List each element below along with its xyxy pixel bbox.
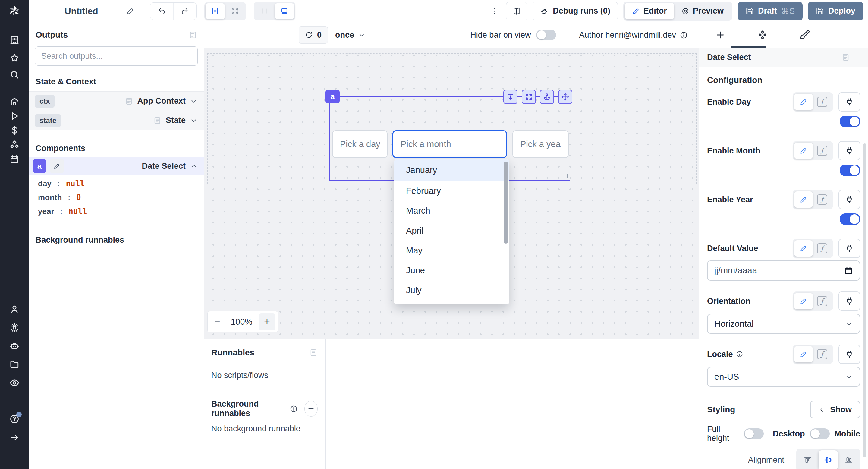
output-line-month[interactable]: month : 0 — [38, 193, 204, 207]
enable-day-toggle[interactable] — [840, 116, 860, 127]
folders-icon[interactable] — [9, 359, 20, 370]
month-option[interactable]: February — [394, 181, 509, 201]
connect-plug-button[interactable] — [838, 190, 860, 209]
month-option[interactable]: May — [394, 241, 509, 260]
day-input[interactable] — [332, 130, 388, 158]
state-row[interactable]: state State — [29, 111, 204, 130]
component-settings-tab[interactable] — [741, 22, 784, 48]
locale-select[interactable]: en-US — [707, 367, 860, 387]
author-info-icon[interactable] — [680, 31, 688, 39]
component-list-item[interactable]: a Date Select — [29, 157, 204, 175]
static-edit-pencil-button[interactable] — [794, 240, 813, 256]
static-edit-pencil-button[interactable] — [794, 143, 813, 159]
month-option[interactable]: April — [394, 221, 509, 241]
rename-component-pencil-icon[interactable] — [50, 159, 64, 173]
edit-title-pencil-icon[interactable] — [126, 7, 134, 15]
add-background-runnable-button[interactable] — [304, 401, 318, 416]
variables-dollar-icon[interactable] — [9, 125, 20, 136]
editor-tab[interactable]: Editor — [625, 3, 674, 19]
enable-month-toggle[interactable] — [840, 164, 860, 176]
frequency-select[interactable]: once — [335, 30, 366, 40]
static-edit-pencil-button[interactable] — [794, 293, 813, 309]
desktop-toggle[interactable] — [810, 428, 830, 439]
workers-robot-icon[interactable] — [9, 341, 20, 351]
redo-button[interactable] — [173, 3, 196, 20]
connect-plug-button[interactable] — [838, 141, 860, 160]
year-input[interactable] — [513, 130, 569, 158]
component-id-tag[interactable]: a — [326, 90, 340, 103]
runnables-doc-icon[interactable] — [309, 348, 318, 357]
component-chevron-up-icon[interactable] — [190, 162, 198, 170]
ctx-chevron-down-icon[interactable] — [190, 97, 198, 105]
fullscreen-layout-button[interactable] — [225, 3, 245, 19]
connect-plug-button[interactable] — [838, 92, 860, 112]
month-option[interactable]: July — [394, 280, 509, 300]
output-line-day[interactable]: day : null — [38, 179, 204, 193]
more-menu-kebab-icon[interactable] — [489, 3, 501, 20]
orientation-select[interactable]: Horizontal — [707, 314, 860, 334]
mobile-device-button[interactable] — [255, 3, 274, 19]
default-value-input[interactable] — [714, 265, 844, 276]
app-canvas[interactable]: a January Februar — [204, 48, 699, 339]
locale-info-icon[interactable] — [736, 350, 743, 358]
align-center-button[interactable] — [818, 450, 838, 469]
deploy-button[interactable]: Deploy — [808, 2, 863, 21]
state-chevron-down-icon[interactable] — [190, 117, 198, 124]
function-expression-button[interactable]: ƒ — [813, 240, 832, 256]
docs-book-button[interactable] — [506, 2, 527, 21]
outputs-search-input[interactable] — [41, 52, 191, 61]
undo-button[interactable] — [150, 3, 173, 20]
function-expression-button[interactable]: ƒ — [813, 94, 832, 110]
debug-runs-button[interactable]: Debug runs (0) — [532, 2, 618, 21]
insert-component-tab[interactable] — [699, 22, 741, 48]
full-height-toggle[interactable] — [744, 428, 764, 439]
zoom-in-button[interactable]: + — [258, 313, 276, 330]
connect-plug-button[interactable] — [838, 291, 860, 311]
preview-tab[interactable]: Preview — [674, 3, 731, 19]
windmill-logo[interactable] — [0, 0, 29, 22]
help-icon[interactable] — [9, 414, 20, 424]
outputs-search[interactable] — [35, 46, 198, 66]
anchor-handle[interactable] — [540, 90, 554, 104]
month-input[interactable] — [393, 130, 507, 158]
month-option[interactable]: January — [394, 159, 509, 181]
ctx-row[interactable]: ctx App Context — [29, 91, 204, 111]
home-icon[interactable] — [9, 96, 20, 107]
month-option[interactable]: March — [394, 201, 509, 221]
dropdown-scrollbar[interactable] — [504, 162, 508, 244]
refresh-count-chip[interactable]: 0 — [299, 26, 328, 44]
hide-bar-toggle[interactable] — [536, 30, 556, 40]
outputs-doc-icon[interactable] — [189, 31, 197, 39]
background-runnables-info-icon[interactable] — [290, 405, 298, 413]
maximize-handle[interactable] — [522, 90, 536, 104]
align-top-button[interactable] — [798, 450, 817, 469]
collapse-arrow-icon[interactable] — [9, 432, 20, 442]
desktop-device-button[interactable] — [275, 3, 294, 19]
settings-gear-icon[interactable] — [9, 322, 20, 333]
workspace-icon[interactable] — [9, 35, 20, 45]
function-expression-button[interactable]: ƒ — [813, 293, 832, 309]
default-value-date-field[interactable] — [707, 260, 860, 281]
calendar-icon[interactable] — [844, 266, 853, 275]
schedules-calendar-icon[interactable] — [9, 154, 20, 164]
output-line-year[interactable]: year : null — [38, 207, 204, 221]
runs-play-icon[interactable] — [9, 111, 20, 121]
settings-doc-icon[interactable] — [841, 53, 850, 61]
audit-eye-icon[interactable] — [9, 378, 20, 388]
centered-layout-button[interactable] — [206, 3, 225, 19]
zoom-out-button[interactable]: − — [210, 313, 224, 330]
function-expression-button[interactable]: ƒ — [813, 143, 832, 159]
connect-plug-button[interactable] — [838, 345, 860, 364]
panel-scrollbar[interactable] — [863, 144, 867, 457]
static-edit-pencil-button[interactable] — [794, 346, 813, 362]
favorites-star-icon[interactable] — [9, 53, 20, 63]
search-icon[interactable] — [9, 70, 20, 80]
connect-plug-button[interactable] — [838, 239, 860, 258]
function-expression-button[interactable]: ƒ — [813, 346, 832, 362]
resize-corner-handle[interactable] — [563, 174, 568, 179]
month-option[interactable]: August — [394, 300, 509, 305]
move-handle[interactable] — [558, 90, 572, 104]
styling-tab[interactable] — [784, 22, 826, 48]
draft-button[interactable]: Draft ⌘S — [738, 2, 803, 21]
static-edit-pencil-button[interactable] — [794, 191, 813, 208]
